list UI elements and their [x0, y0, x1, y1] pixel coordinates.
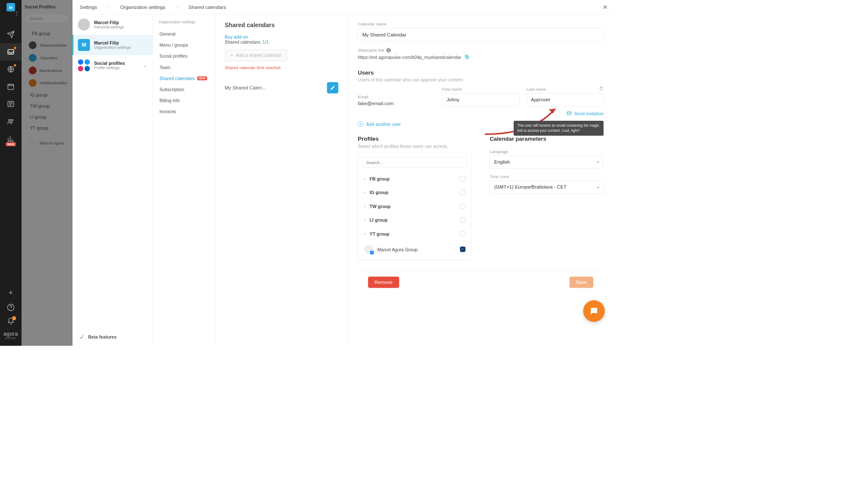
crumb-shared[interactable]: Shared calendars	[189, 4, 226, 10]
last-name-input[interactable]	[526, 93, 604, 106]
checkbox[interactable]: ✓	[460, 247, 465, 252]
new-badge: NEW	[197, 76, 207, 80]
profiles-search[interactable]	[362, 157, 467, 167]
crumb-org[interactable]: Organization settings	[120, 4, 165, 10]
group-ig[interactable]: ›IG group	[25, 89, 69, 100]
intercom-fab[interactable]	[583, 300, 605, 322]
users-desc: Users of this calendar who can approve y…	[358, 77, 604, 82]
panel-title: Social Profiles	[25, 4, 69, 9]
checkbox[interactable]	[460, 217, 465, 223]
help-icon[interactable]	[0, 303, 22, 311]
fans-icon[interactable]	[0, 113, 22, 130]
timezone-select[interactable]: (GMT+1) Europe/Bratislava - CET▾	[490, 181, 604, 194]
account-switcher: Marcel FilipPersonal settings M Marcel F…	[72, 14, 153, 346]
save-button[interactable]: Save	[569, 277, 593, 288]
nav-social-profiles[interactable]: Social profiles	[156, 50, 213, 61]
reports-icon[interactable]: NEW	[0, 130, 22, 147]
checkbox[interactable]	[460, 190, 465, 195]
nav-team[interactable]: Team	[156, 62, 213, 73]
chevron-right-icon: ›	[108, 4, 109, 10]
social-profiles-panel: Social Profiles Search... ⌄FB group Test…	[22, 0, 72, 346]
calendar-form: Calendar name Shareable link i https://e…	[348, 14, 614, 346]
nav-subscription[interactable]: Subscription	[156, 84, 213, 95]
schedule-icon[interactable]	[0, 95, 22, 113]
nav-shared-calendars[interactable]: Shared calendarsNEW	[156, 73, 213, 84]
chevron-right-icon: ›	[176, 4, 178, 10]
app-rail: M ⋮ NEW +	[0, 0, 22, 346]
send-invitation-link[interactable]: Send invitation	[358, 111, 604, 116]
profiles-title: Profiles	[358, 136, 472, 142]
profiles-desc: Select which profiles these users can ac…	[358, 144, 472, 149]
first-name-label: First name	[442, 86, 519, 91]
calendar-row[interactable]: My Shared Calen…	[225, 82, 338, 94]
account-org[interactable]: M Marcel FilipOrganization settings	[72, 35, 153, 55]
new-badge: NEW	[6, 142, 16, 146]
info-icon[interactable]: i	[386, 48, 391, 53]
account-social[interactable]: Social profilesProfile settings ⌄	[72, 55, 153, 75]
checkbox[interactable]	[460, 176, 465, 181]
publish-icon[interactable]	[0, 26, 22, 43]
beta-features[interactable]: Beta features	[72, 328, 153, 346]
send-invite-tooltip: This user will receive an email containi…	[514, 121, 604, 136]
account-personal[interactable]: Marcel FilipPersonal settings	[72, 14, 153, 35]
remove-button[interactable]: Remove	[368, 277, 399, 288]
agorapulse-logo: agorapulse	[3, 331, 18, 340]
share-link-label: Shareable link i	[358, 47, 391, 52]
profile-item: Marcel Agora	[25, 136, 69, 149]
checkbox[interactable]	[460, 203, 465, 209]
nav-billing[interactable]: Billing info	[156, 95, 213, 106]
email-value: fake@email.com	[358, 101, 435, 106]
language-select[interactable]: English▾	[490, 156, 604, 169]
plus-circle-icon: +	[358, 121, 363, 127]
checkbox[interactable]	[460, 231, 465, 236]
social-search[interactable]: Search...	[25, 14, 69, 23]
group-tw[interactable]: ›TW group	[25, 100, 69, 111]
org-nav: Organization settings General Menu / gro…	[153, 14, 216, 346]
edit-icon[interactable]	[327, 82, 338, 94]
nav-invoices[interactable]: Invoices	[156, 106, 213, 117]
svg-rect-2	[8, 84, 14, 89]
profile-item: Bambuleros	[25, 64, 69, 77]
chevron-down-icon[interactable]: ⌄	[143, 62, 147, 68]
profile-group-fb[interactable]: ›FB group	[358, 172, 471, 186]
nav-menu-groups[interactable]: Menu / groups	[156, 39, 213, 50]
profile-agora[interactable]: Marcel Agora Group✓	[358, 241, 471, 258]
nav-general[interactable]: General	[156, 28, 213, 39]
group-yt[interactable]: ›YT group	[25, 122, 69, 133]
copy-icon[interactable]	[464, 54, 470, 61]
users-title: Users	[358, 69, 604, 76]
calendar-icon[interactable]	[0, 78, 22, 95]
chevron-down-icon: ▾	[597, 185, 599, 189]
close-icon[interactable]: ✕	[603, 3, 608, 11]
listening-icon[interactable]	[0, 61, 22, 78]
calendar-count: 1/1	[262, 39, 269, 44]
group-li[interactable]: ›LI group	[25, 111, 69, 122]
kebab-icon[interactable]: ⋮	[14, 10, 19, 17]
shared-calendars-list: Shared calendars Buy add-on Shared calen…	[216, 14, 348, 346]
inbox-icon[interactable]	[0, 43, 22, 61]
profile-item: Helékenkeléke	[25, 77, 69, 89]
profile-group-li[interactable]: ›LI group	[358, 213, 471, 227]
crumb-settings[interactable]: Settings	[80, 4, 97, 10]
timezone-label: Time zone	[490, 174, 604, 179]
profile-group-yt[interactable]: ›YT group	[358, 227, 471, 241]
chevron-down-icon: ▾	[597, 160, 599, 164]
add-calendar-button: +Add a shared calendar	[225, 50, 287, 61]
form-footer: Remove Save	[358, 270, 604, 294]
org-nav-title: Organization settings	[159, 20, 209, 25]
trash-icon[interactable]	[599, 86, 604, 92]
buy-addon-link[interactable]: Buy add-on	[225, 34, 338, 39]
bell-icon[interactable]: 1	[0, 317, 22, 325]
calendar-name-input[interactable]	[358, 28, 604, 41]
first-name-input[interactable]	[442, 93, 519, 106]
avatar	[364, 245, 373, 254]
limit-warning: Shared calendar limit reached	[225, 65, 338, 70]
profile-group-ig[interactable]: ›IG group	[358, 186, 471, 200]
profile-group-tw[interactable]: ›TW group	[358, 199, 471, 213]
group-fb[interactable]: ⌄FB group	[25, 28, 69, 39]
email-label: Email	[358, 94, 435, 99]
plus-icon[interactable]: +	[8, 288, 13, 297]
last-name-label: Last name	[526, 86, 604, 91]
share-url: https://ext.agorapulse.com/b04p_myshared…	[358, 55, 461, 60]
list-title: Shared calendars	[225, 22, 338, 28]
